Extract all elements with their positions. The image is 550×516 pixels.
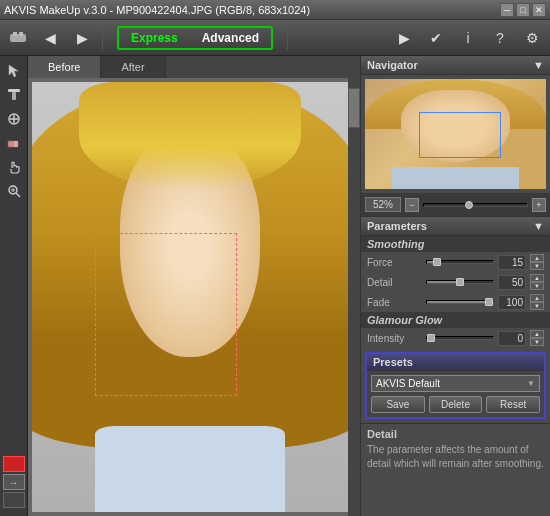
nav-face [401, 90, 510, 162]
fade-spin-down[interactable]: ▼ [530, 302, 544, 310]
detail-spin-down[interactable]: ▼ [530, 282, 544, 290]
close-button[interactable]: ✕ [532, 3, 546, 17]
portrait-image [32, 82, 348, 512]
mode-advanced-button[interactable]: Advanced [190, 28, 271, 48]
detail-row: Detail ▲ ▼ [361, 272, 550, 292]
smoothing-group-label: Smoothing [361, 236, 550, 252]
fade-spin-up[interactable]: ▲ [530, 294, 544, 302]
force-row: Force ▲ ▼ [361, 252, 550, 272]
tool-heal[interactable] [3, 108, 25, 130]
tool-brush[interactable] [3, 84, 25, 106]
detail-spin-up[interactable]: ▲ [530, 274, 544, 282]
navigator-thumbnail [365, 79, 546, 189]
toolbar-right-actions: ▶ ✔ i ? ⚙ [390, 24, 546, 52]
maximize-button[interactable]: □ [516, 3, 530, 17]
detail-spinner: ▲ ▼ [530, 274, 544, 290]
svg-rect-5 [12, 92, 16, 100]
detail-value-input[interactable] [498, 275, 526, 290]
zoom-minus-button[interactable]: − [405, 198, 419, 212]
tool-red-indicator[interactable] [3, 456, 25, 472]
presets-body: AKVIS Default ▼ Save Delete Reset [367, 371, 544, 417]
play-button[interactable]: ▶ [390, 24, 418, 52]
forward-button[interactable]: ▶ [68, 24, 96, 52]
app-title: AKVIS MakeUp v.3.0 - MP900422404.JPG (RG… [4, 4, 500, 16]
preset-delete-button[interactable]: Delete [429, 396, 483, 413]
intensity-value-input[interactable] [498, 331, 526, 346]
svg-line-12 [16, 193, 20, 197]
force-slider-thumb[interactable] [433, 258, 441, 266]
tool-icon-main[interactable] [4, 24, 32, 52]
preset-dropdown[interactable]: AKVIS Default ▼ [371, 375, 540, 392]
tab-after[interactable]: After [101, 56, 165, 78]
nav-image [365, 79, 546, 189]
apply-button[interactable]: ✔ [422, 24, 450, 52]
canvas-scrollbar-vertical[interactable] [348, 78, 360, 516]
parameters-header: Parameters ▼ [361, 217, 550, 236]
intensity-row: Intensity ▲ ▼ [361, 328, 550, 348]
svg-rect-10 [14, 141, 18, 147]
zoom-value: 52% [365, 197, 401, 212]
navigator-title: Navigator [367, 59, 418, 71]
glamour-group-label: Glamour Glow [361, 312, 550, 328]
shirt-layer [95, 426, 285, 512]
left-tools-bottom: → [3, 456, 25, 512]
force-spin-up[interactable]: ▲ [530, 254, 544, 262]
intensity-spinner: ▲ ▼ [530, 330, 544, 346]
navigator-header: Navigator ▼ [361, 56, 550, 75]
presets-header: Presets [367, 354, 544, 371]
tool-zoom[interactable] [3, 180, 25, 202]
detail-slider[interactable] [426, 280, 494, 284]
scrollbar-thumb-vertical[interactable] [348, 88, 360, 128]
preset-save-button[interactable]: Save [371, 396, 425, 413]
tool-selection[interactable] [3, 60, 25, 82]
fade-value-input[interactable] [498, 295, 526, 310]
intensity-slider-thumb[interactable] [427, 334, 435, 342]
svg-rect-4 [8, 89, 20, 92]
info-button[interactable]: i [454, 24, 482, 52]
force-value-input[interactable] [498, 255, 526, 270]
tab-before[interactable]: Before [28, 56, 101, 78]
zoom-slider-thumb[interactable] [465, 201, 473, 209]
detail-section: Detail The parameter affects the amount … [361, 423, 550, 516]
canvas-area: Before After [28, 56, 360, 516]
tool-arrow-right[interactable]: → [3, 474, 25, 490]
settings-button[interactable]: ⚙ [518, 24, 546, 52]
title-bar: AKVIS MakeUp v.3.0 - MP900422404.JPG (RG… [0, 0, 550, 20]
fade-slider-thumb[interactable] [485, 298, 493, 306]
preset-buttons: Save Delete Reset [371, 396, 540, 413]
intensity-spin-up[interactable]: ▲ [530, 330, 544, 338]
mode-express-button[interactable]: Express [119, 28, 190, 48]
zoom-slider[interactable] [423, 203, 528, 207]
preset-selected-value: AKVIS Default [376, 378, 440, 389]
navigator-collapse-icon[interactable]: ▼ [533, 59, 544, 71]
parameters-collapse-icon[interactable]: ▼ [533, 220, 544, 232]
canvas-viewport[interactable] [28, 78, 360, 516]
fade-spinner: ▲ ▼ [530, 294, 544, 310]
fade-slider[interactable] [426, 300, 494, 304]
minimize-button[interactable]: ─ [500, 3, 514, 17]
nav-controls: 52% − + [361, 193, 550, 216]
parameters-section: Parameters ▼ Smoothing Force ▲ ▼ [361, 216, 550, 348]
toolbar-separator-1 [102, 26, 103, 50]
force-spinner: ▲ ▼ [530, 254, 544, 270]
back-button[interactable]: ◀ [36, 24, 64, 52]
preset-reset-button[interactable]: Reset [486, 396, 540, 413]
svg-marker-3 [9, 65, 18, 77]
zoom-plus-button[interactable]: + [532, 198, 546, 212]
intensity-slider[interactable] [426, 336, 494, 340]
tool-hand[interactable] [3, 156, 25, 178]
force-label: Force [367, 257, 422, 268]
help-button[interactable]: ? [486, 24, 514, 52]
force-slider[interactable] [426, 260, 494, 264]
intensity-spin-down[interactable]: ▼ [530, 338, 544, 346]
right-panel: Navigator ▼ 52% − + Parameters ▼ [360, 56, 550, 516]
intensity-label: Intensity [367, 333, 422, 344]
tool-square-box[interactable] [3, 492, 25, 508]
preset-dropdown-arrow-icon: ▼ [527, 379, 535, 388]
fade-row: Fade ▲ ▼ [361, 292, 550, 312]
tool-eraser[interactable] [3, 132, 25, 154]
force-spin-down[interactable]: ▼ [530, 262, 544, 270]
detail-slider-thumb[interactable] [456, 278, 464, 286]
svg-rect-1 [13, 32, 17, 36]
bangs-layer [79, 82, 300, 190]
